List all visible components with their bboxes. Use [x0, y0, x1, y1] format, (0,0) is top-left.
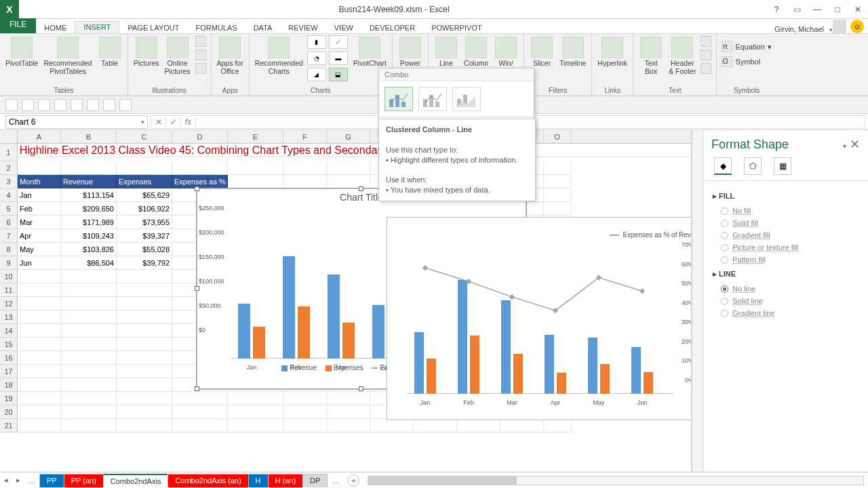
- col-header[interactable]: C: [117, 130, 172, 143]
- row-header[interactable]: 20: [0, 405, 18, 419]
- cell[interactable]: [172, 419, 228, 432]
- cell[interactable]: [18, 419, 61, 432]
- cell[interactable]: [283, 175, 327, 188]
- cell[interactable]: $103,826: [61, 243, 117, 256]
- cell[interactable]: [414, 419, 457, 432]
- cell[interactable]: [61, 270, 117, 283]
- cell[interactable]: [18, 351, 61, 365]
- cell[interactable]: [117, 270, 172, 283]
- cell[interactable]: Expenses as %: [172, 175, 228, 188]
- row-header[interactable]: 16: [0, 351, 18, 365]
- select-all[interactable]: [0, 130, 18, 143]
- cell[interactable]: Jun: [18, 256, 61, 270]
- table-button[interactable]: Table: [96, 35, 123, 68]
- fill-option[interactable]: No fill: [713, 205, 859, 217]
- effects-tab-icon[interactable]: ⬠: [744, 157, 762, 175]
- cell[interactable]: [61, 310, 117, 324]
- cell[interactable]: [327, 175, 370, 188]
- cell[interactable]: May: [18, 243, 61, 256]
- textbox-button[interactable]: Text Box: [637, 35, 665, 75]
- cell[interactable]: $39,327: [117, 229, 172, 243]
- object-button[interactable]: [700, 62, 712, 75]
- cell[interactable]: $39,792: [117, 256, 172, 270]
- cell[interactable]: $65,629: [117, 188, 172, 202]
- vertical-scrollbar[interactable]: [692, 130, 703, 472]
- row-header[interactable]: 11: [0, 283, 18, 297]
- cell[interactable]: [327, 161, 370, 175]
- row-header[interactable]: 3: [0, 175, 18, 188]
- cell[interactable]: [18, 324, 61, 338]
- qat-btn[interactable]: [54, 99, 66, 111]
- qat-btn[interactable]: [5, 99, 18, 111]
- row-header[interactable]: 2: [0, 161, 18, 175]
- cell[interactable]: [117, 351, 172, 365]
- size-tab-icon[interactable]: ▦: [774, 157, 791, 175]
- col-header[interactable]: G: [327, 130, 370, 143]
- equation-button[interactable]: πEquation ▾: [721, 41, 772, 53]
- line-section[interactable]: ▸ LINE: [713, 266, 859, 283]
- smartart-button[interactable]: [195, 49, 207, 61]
- cell[interactable]: $55,028: [117, 243, 172, 256]
- cell[interactable]: [117, 161, 172, 175]
- sparkline-column-button[interactable]: Column: [462, 35, 490, 68]
- fill-option[interactable]: Gradient fill: [713, 229, 859, 241]
- cell[interactable]: [18, 338, 61, 351]
- row-header[interactable]: 4: [0, 188, 18, 202]
- online-pictures-button[interactable]: Online Pictures: [163, 35, 192, 75]
- cell[interactable]: [172, 392, 228, 405]
- col-header[interactable]: A: [18, 130, 61, 143]
- sheet-tab[interactable]: PP (an): [64, 474, 104, 487]
- cell[interactable]: [117, 365, 172, 378]
- cell[interactable]: [61, 419, 117, 432]
- slicer-button[interactable]: Slicer: [528, 35, 555, 68]
- row-header[interactable]: 12: [0, 297, 18, 310]
- column-chart-button[interactable]: ▮: [307, 35, 326, 49]
- row-header[interactable]: 17: [0, 365, 18, 378]
- qat-btn[interactable]: [38, 99, 50, 111]
- cell[interactable]: [18, 405, 61, 419]
- row-header[interactable]: 9: [0, 256, 18, 270]
- col-header[interactable]: F: [283, 130, 327, 143]
- cell[interactable]: [61, 338, 117, 351]
- line-option[interactable]: Solid line: [713, 295, 859, 307]
- cell[interactable]: [61, 405, 117, 419]
- fill-option[interactable]: Picture or texture fill: [713, 241, 859, 253]
- cell[interactable]: [117, 283, 172, 297]
- sheet-tab[interactable]: PP: [39, 474, 64, 487]
- tab-powerpivot[interactable]: POWERPIVOT: [423, 22, 490, 33]
- row-header[interactable]: 7: [0, 229, 18, 243]
- help-button[interactable]: ?: [766, 5, 787, 14]
- cell[interactable]: $106,922: [117, 202, 172, 216]
- cell[interactable]: $109,243: [61, 229, 117, 243]
- timeline-button[interactable]: Timeline: [558, 35, 587, 68]
- col-header[interactable]: B: [61, 130, 117, 143]
- sheet-tab[interactable]: H (an): [268, 474, 304, 487]
- cell[interactable]: [172, 405, 228, 419]
- cell[interactable]: [327, 419, 370, 432]
- sheet-tab[interactable]: H: [248, 474, 269, 487]
- new-sheet-button[interactable]: +: [347, 474, 359, 487]
- cell[interactable]: [18, 392, 61, 405]
- pane-dropdown-icon[interactable]: ▾: [843, 142, 846, 150]
- row-header[interactable]: 1: [0, 144, 18, 161]
- line-option[interactable]: No line: [713, 283, 859, 295]
- enter-formula-icon[interactable]: ✓: [166, 117, 181, 127]
- cell[interactable]: [228, 175, 283, 188]
- cell[interactable]: [117, 378, 172, 392]
- sheet-tab[interactable]: DP: [302, 474, 328, 487]
- sparkline-line-button[interactable]: Line: [433, 35, 460, 68]
- col-header[interactable]: O: [544, 130, 571, 143]
- horizontal-scrollbar[interactable]: [368, 476, 864, 485]
- cell[interactable]: [228, 392, 283, 405]
- cell[interactable]: $73,955: [117, 216, 172, 229]
- tab-insert[interactable]: INSERT: [75, 21, 119, 33]
- cell[interactable]: [61, 324, 117, 338]
- cell[interactable]: [228, 419, 283, 432]
- fill-option[interactable]: Solid fill: [713, 217, 859, 229]
- pivotchart-button[interactable]: PivotChart: [352, 35, 388, 68]
- cell[interactable]: [544, 175, 571, 188]
- cell[interactable]: $209,650: [61, 202, 117, 216]
- hyperlink-button[interactable]: Hyperlink: [596, 35, 629, 68]
- cell[interactable]: [544, 188, 571, 202]
- tab-pagelayout[interactable]: PAGE LAYOUT: [119, 22, 187, 33]
